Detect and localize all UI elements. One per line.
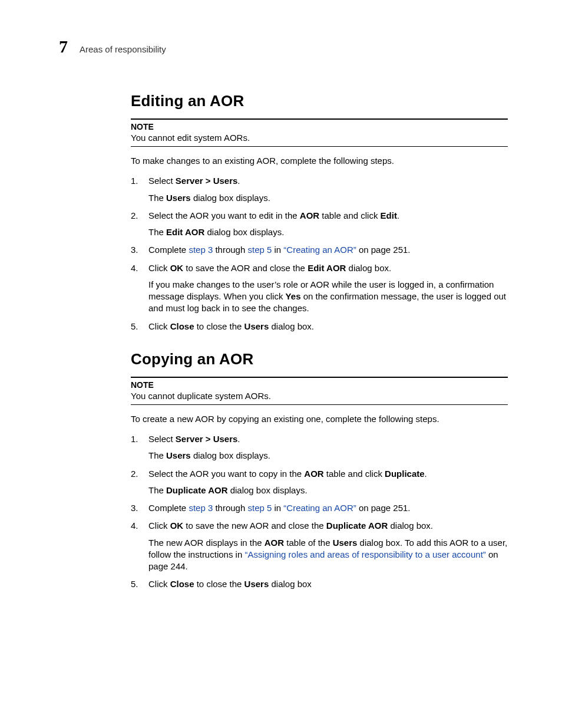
xref-creating-aor[interactable]: “Creating an AOR”: [283, 245, 356, 255]
step-2: Select the AOR you want to copy in the A…: [131, 468, 508, 497]
intro-paragraph: To make changes to an existing AOR, comp…: [131, 155, 508, 167]
xref-creating-aor[interactable]: “Creating an AOR”: [283, 503, 356, 513]
text: .: [397, 210, 399, 220]
xref-step3[interactable]: step 3: [189, 245, 213, 255]
running-title: Areas of responsibility: [80, 44, 166, 54]
bold: Duplicate AOR: [166, 485, 227, 495]
text: Select the AOR you want to edit in the: [148, 210, 300, 220]
text: in: [272, 245, 283, 255]
bold: Edit AOR: [166, 227, 204, 237]
bold: Users: [166, 193, 191, 203]
text: Complete: [148, 503, 189, 513]
bold: Edit AOR: [308, 263, 346, 273]
text: to save the AOR and close the: [183, 263, 308, 273]
text: The: [148, 193, 166, 203]
text: table and click: [324, 469, 385, 479]
bold: Server > Users: [176, 434, 238, 444]
body-content: Editing an AOR NOTE You cannot edit syst…: [131, 92, 508, 591]
bold: Server > Users: [176, 176, 238, 186]
step-sub: The new AOR displays in the AOR table of…: [148, 537, 508, 573]
text: table and click: [319, 210, 380, 220]
text: .: [237, 176, 240, 186]
text: on page 251.: [356, 245, 411, 255]
text: dialog box displays.: [204, 227, 284, 237]
heading-copying-aor: Copying an AOR: [131, 350, 508, 368]
text: dialog box.: [346, 263, 391, 273]
text: Click: [148, 579, 170, 589]
bold: Users: [333, 538, 358, 548]
text: Click: [148, 321, 170, 331]
note-text: You cannot duplicate system AORs.: [131, 391, 508, 401]
text: table of the: [284, 538, 333, 548]
xref-step5[interactable]: step 5: [247, 245, 272, 255]
text: Click: [148, 521, 170, 531]
xref-assigning-roles[interactable]: “Assigning roles and areas of responsibi…: [244, 549, 485, 559]
note-text: You cannot edit system AORs.: [131, 133, 508, 143]
text: dialog box displays.: [227, 485, 307, 495]
chapter-number: 7: [59, 37, 68, 57]
text: Select the AOR you want to copy in the: [148, 469, 304, 479]
text: The: [148, 450, 166, 460]
text: Complete: [148, 245, 189, 255]
text: .: [237, 434, 240, 444]
step-sub: The Duplicate AOR dialog box displays.: [148, 485, 508, 496]
steps-list: Select Server > Users. The Users dialog …: [131, 175, 508, 332]
divider-thick: [131, 377, 508, 378]
step-4: Click OK to save the new AOR and close t…: [131, 520, 508, 572]
text: Select: [148, 176, 176, 186]
text: in: [272, 503, 283, 513]
text: Click: [148, 263, 170, 273]
step-1: Select Server > Users. The Users dialog …: [131, 175, 508, 204]
text: dialog box.: [269, 321, 314, 331]
page: 7 Areas of responsibility Editing an AOR…: [0, 0, 562, 728]
step-sub: If you make changes to the user’s role o…: [148, 279, 508, 315]
bold: Close: [170, 321, 194, 331]
steps-list: Select Server > Users. The Users dialog …: [131, 433, 508, 591]
step-3: Complete step 3 through step 5 in “Creat…: [131, 502, 508, 514]
bold: Duplicate AOR: [326, 521, 388, 531]
running-header: 7 Areas of responsibility: [59, 37, 509, 57]
note-label: NOTE: [131, 122, 508, 131]
step-5: Click Close to close the Users dialog bo…: [131, 578, 508, 590]
intro-paragraph: To create a new AOR by copying an existi…: [131, 413, 508, 425]
step-2: Select the AOR you want to edit in the A…: [131, 210, 508, 239]
text: to close the: [194, 321, 244, 331]
text: The: [148, 485, 166, 495]
bold: AOR: [265, 538, 284, 548]
text: through: [213, 245, 247, 255]
step-sub: The Users dialog box displays.: [148, 450, 508, 462]
text: through: [213, 503, 247, 513]
step-sub: The Users dialog box displays.: [148, 192, 508, 204]
heading-editing-aor: Editing an AOR: [131, 92, 508, 110]
bold: OK: [170, 263, 184, 273]
bold: Users: [166, 450, 191, 460]
bold: Duplicate: [385, 469, 425, 479]
divider-thin: [131, 404, 508, 405]
bold: OK: [170, 521, 184, 531]
xref-step5[interactable]: step 5: [247, 503, 272, 513]
text: Select: [148, 434, 176, 444]
xref-step3[interactable]: step 3: [189, 503, 213, 513]
bold: Yes: [286, 291, 301, 301]
text: dialog box displays.: [191, 450, 270, 460]
text: dialog box displays.: [191, 193, 270, 203]
bold: Close: [170, 579, 194, 589]
step-1: Select Server > Users. The Users dialog …: [131, 433, 508, 462]
divider-thin: [131, 146, 508, 147]
step-sub: The Edit AOR dialog box displays.: [148, 226, 508, 238]
bold: Edit: [381, 210, 397, 220]
divider-thick: [131, 118, 508, 120]
text: The: [148, 227, 166, 237]
text: dialog box.: [388, 521, 433, 531]
text: dialog box: [269, 579, 312, 589]
text: The new AOR displays in the: [148, 538, 265, 548]
bold: AOR: [304, 469, 323, 479]
step-4: Click OK to save the AOR and close the E…: [131, 262, 508, 315]
note-label: NOTE: [131, 380, 508, 390]
text: on page 251.: [356, 503, 411, 513]
text: to save the new AOR and close the: [183, 521, 326, 531]
bold: Users: [244, 321, 269, 331]
section-copying: Copying an AOR NOTE You cannot duplicate…: [131, 350, 508, 591]
bold: AOR: [300, 210, 319, 220]
text: to close the: [194, 579, 244, 589]
